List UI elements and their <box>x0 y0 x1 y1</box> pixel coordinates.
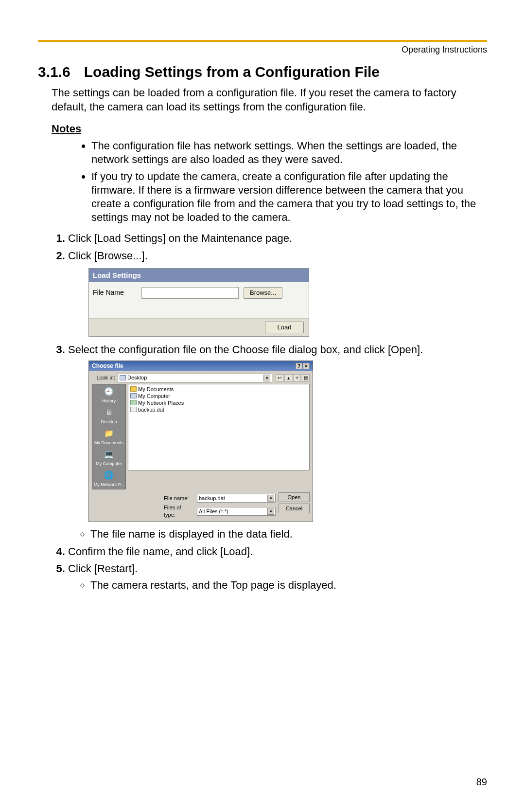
file-name-input[interactable] <box>141 287 239 299</box>
mydocs-icon: 📁 <box>102 428 116 439</box>
step-5-text: Click [Restart]. <box>68 562 138 575</box>
place-mycomp[interactable]: 💻My Computer <box>92 447 125 468</box>
choose-file-title: Choose file <box>92 362 123 370</box>
chevron-down-icon: ▾ <box>263 375 270 381</box>
running-header: Operating Instructions <box>38 45 487 55</box>
step-4: Confirm the file name, and click [Load]. <box>68 544 487 559</box>
section-heading-text: Loading Settings from a Configuration Fi… <box>84 64 380 80</box>
choose-file-body: 🕘History 🖥Desktop 📁My Documents 💻My Comp… <box>89 384 313 492</box>
file-icon <box>130 407 137 412</box>
help-icon[interactable]: ? <box>296 363 302 369</box>
folder-icon <box>130 386 137 392</box>
file-list[interactable]: My Documents My Computer My Network Plac… <box>128 384 310 470</box>
window-controls: ?× <box>295 362 310 370</box>
newfolder-icon[interactable]: ✧ <box>293 374 301 382</box>
steps-list: Click [Load Settings] on the Maintenance… <box>38 231 487 593</box>
cancel-button[interactable]: Cancel <box>279 504 310 513</box>
page-number: 89 <box>476 776 487 788</box>
choose-file-dialog: Choose file ?× Look in: Desktop ▾ ↩▴✧▤ <box>88 361 313 522</box>
step-3-text: Select the configuration file on the Cho… <box>68 343 423 356</box>
place-history[interactable]: 🕘History <box>92 384 125 405</box>
place-mydocs[interactable]: 📁My Documents <box>92 426 125 447</box>
close-icon[interactable]: × <box>303 363 310 369</box>
filetype-label: Files of type: <box>128 504 194 519</box>
places-bar: 🕘History 🖥Desktop 📁My Documents 💻My Comp… <box>92 384 126 490</box>
place-desktop[interactable]: 🖥Desktop <box>92 405 125 426</box>
list-item[interactable]: My Network Places <box>130 399 307 406</box>
step-3: Select the configuration file on the Cho… <box>68 343 487 541</box>
notes-heading: Notes <box>52 123 487 135</box>
computer-icon <box>130 393 137 398</box>
up-icon[interactable]: ▴ <box>284 374 292 382</box>
filename-combo[interactable]: backup.dat ▾ <box>197 494 276 503</box>
load-settings-footer: Load <box>89 318 309 336</box>
lookin-value: Desktop <box>127 374 147 381</box>
step-1: Click [Load Settings] on the Maintenance… <box>68 231 487 246</box>
filename-value: backup.dat <box>199 495 225 502</box>
mynet-icon: 🌐 <box>102 469 116 481</box>
list-item[interactable]: backup.dat <box>130 406 307 413</box>
notes-list: The configuration file has network setti… <box>38 139 487 224</box>
views-icon[interactable]: ▤ <box>302 374 310 382</box>
load-button[interactable]: Load <box>265 322 304 333</box>
step-5-sublist: The camera restarts, and the Top page is… <box>68 578 487 593</box>
header-rule <box>38 40 487 42</box>
step-3-sublist: The file name is displayed in the data f… <box>68 527 487 541</box>
filetype-value: All Files (*.*) <box>199 508 228 515</box>
browse-button[interactable]: Browse... <box>244 287 282 299</box>
chevron-down-icon: ▾ <box>267 508 274 515</box>
step-2: Click [Browse...]. Load Settings File Na… <box>68 249 487 337</box>
filetype-combo[interactable]: All Files (*.*) ▾ <box>197 507 276 516</box>
step-5: Click [Restart]. The camera restarts, an… <box>68 561 487 592</box>
load-settings-titlebar: Load Settings <box>89 269 309 282</box>
desktop-icon <box>120 375 126 380</box>
toolbar-icons: ↩▴✧▤ <box>275 374 310 382</box>
lookin-row: Look in: Desktop ▾ ↩▴✧▤ <box>89 371 313 384</box>
mycomp-icon: 💻 <box>102 449 116 460</box>
filename-label: File name: <box>128 495 194 502</box>
section-title: 3.1.6Loading Settings from a Configurati… <box>38 64 487 80</box>
step-3-sub: The file name is displayed in the data f… <box>90 527 487 541</box>
load-settings-dialog: Load Settings File Name Browse... Load <box>88 268 309 337</box>
file-name-label: File Name <box>93 288 137 297</box>
chevron-down-icon: ▾ <box>267 495 274 502</box>
intro-paragraph: The settings can be loaded from a config… <box>38 86 487 114</box>
list-item[interactable]: My Documents <box>130 386 307 393</box>
notes-item: If you try to update the camera, create … <box>91 170 487 225</box>
desktop-place-icon: 🖥 <box>102 407 116 418</box>
place-mynet[interactable]: 🌐My Network P... <box>92 468 125 489</box>
network-icon <box>130 400 137 405</box>
section-number: 3.1.6 <box>38 64 70 80</box>
step-2-text: Click [Browse...]. <box>68 250 148 262</box>
document-page: Operating Instructions 3.1.6Loading Sett… <box>0 0 525 812</box>
choose-file-bottom: File name: backup.dat ▾ Files of type: A… <box>89 491 313 522</box>
list-item[interactable]: My Computer <box>130 393 307 399</box>
notes-item: The configuration file has network setti… <box>91 139 487 166</box>
open-button[interactable]: Open <box>279 492 310 502</box>
lookin-dropdown[interactable]: Desktop ▾ <box>118 374 272 382</box>
lookin-label: Look in: <box>92 374 115 381</box>
step-5-sub: The camera restarts, and the Top page is… <box>90 578 487 593</box>
history-icon: 🕘 <box>102 386 116 397</box>
back-icon[interactable]: ↩ <box>276 374 283 382</box>
load-settings-content: File Name Browse... <box>89 282 309 318</box>
choose-file-titlebar: Choose file ?× <box>89 361 313 371</box>
